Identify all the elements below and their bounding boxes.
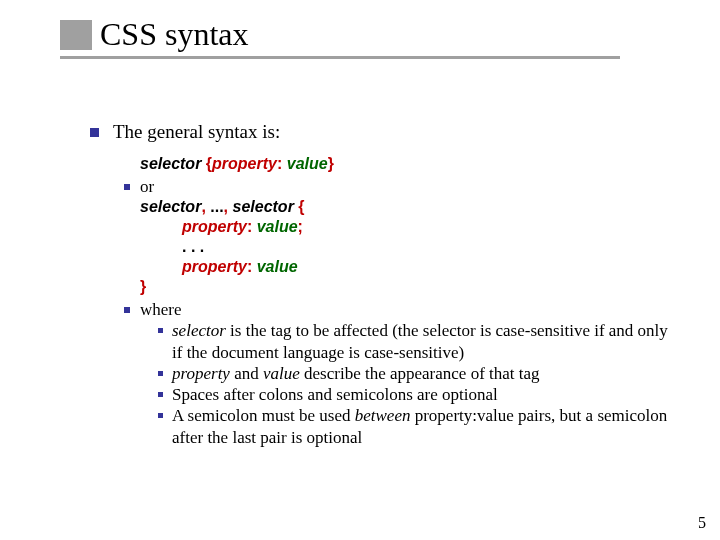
code2-prop2: property (182, 258, 247, 275)
bullet-icon (158, 392, 163, 397)
slide-body: The general syntax is: selector {propert… (90, 120, 680, 448)
code2-line3: . . . (182, 237, 680, 257)
def-3-text: Spaces after colons and semicolons are o… (172, 384, 498, 405)
bullet-icon (158, 371, 163, 376)
title-accent-box (60, 20, 92, 50)
code2-line4: property: value (182, 257, 680, 277)
lead-text: The general syntax is: (113, 120, 280, 144)
code2-line1: selector, ..., selector { (140, 197, 680, 217)
page-number: 5 (698, 514, 706, 532)
bullet-icon (124, 184, 130, 190)
code2-colon1: : (247, 218, 257, 235)
bullet-icon (158, 328, 163, 333)
code2-sel2: selector (233, 198, 294, 215)
def-2-and: and (230, 364, 263, 383)
def-2-term2: value (263, 364, 300, 383)
code2-sel1: selector (140, 198, 201, 215)
slide-title: CSS syntax (100, 16, 248, 53)
title-underline (60, 56, 620, 59)
def-4-a: A semicolon must be used (172, 406, 355, 425)
code-rbrace: } (328, 155, 334, 172)
code-colon: : (277, 155, 287, 172)
defs-list: selector is the tag to be affected (the … (124, 320, 680, 448)
code-property: property (212, 155, 277, 172)
def-1-term: selector (172, 321, 226, 340)
def-2-rest: describe the appearance of that tag (300, 364, 540, 383)
code2-comma2: , (224, 198, 233, 215)
where-bullet: where (124, 299, 680, 320)
bullet-icon (158, 413, 163, 418)
code2-line2: property: value; (182, 217, 680, 237)
def-2-term1: property (172, 364, 230, 383)
lead-bullet: The general syntax is: (90, 120, 680, 144)
bullet-icon (124, 307, 130, 313)
code-block-1-wrap: selector {property: value} (124, 154, 680, 174)
def-2-text: property and value describe the appearan… (172, 363, 540, 384)
code2-colon2: : (247, 258, 257, 275)
code2-comma1: , (201, 198, 210, 215)
code2-semi: ; (298, 218, 303, 235)
code2-val2: value (257, 258, 298, 275)
code2-line5: } (140, 277, 680, 297)
def-2: property and value describe the appearan… (158, 363, 680, 384)
def-4: A semicolon must be used between propert… (158, 405, 680, 448)
where-text: where (140, 299, 182, 320)
code-selector: selector (140, 155, 201, 172)
slide: CSS syntax The general syntax is: select… (0, 0, 720, 540)
code2-val1: value (257, 218, 298, 235)
code-lbrace: { (201, 155, 212, 172)
def-1-text: selector is the tag to be affected (the … (172, 320, 680, 363)
def-4-b: between (355, 406, 411, 425)
code2-dots: ... (210, 198, 223, 215)
bullet-icon (90, 128, 99, 137)
code-block-2: selector, ..., selector { property: valu… (140, 197, 680, 297)
def-3: Spaces after colons and semicolons are o… (158, 384, 680, 405)
code-block-2-wrap: selector, ..., selector { property: valu… (124, 197, 680, 297)
or-bullet: or (124, 176, 680, 197)
code-value: value (287, 155, 328, 172)
code-line-1: selector {property: value} (140, 154, 680, 174)
def-4-text: A semicolon must be used between propert… (172, 405, 680, 448)
code2-prop1: property (182, 218, 247, 235)
code2-lbrace: { (294, 198, 305, 215)
def-1: selector is the tag to be affected (the … (158, 320, 680, 363)
or-text: or (140, 176, 154, 197)
def-1-rest: is the tag to be affected (the selector … (172, 321, 668, 361)
